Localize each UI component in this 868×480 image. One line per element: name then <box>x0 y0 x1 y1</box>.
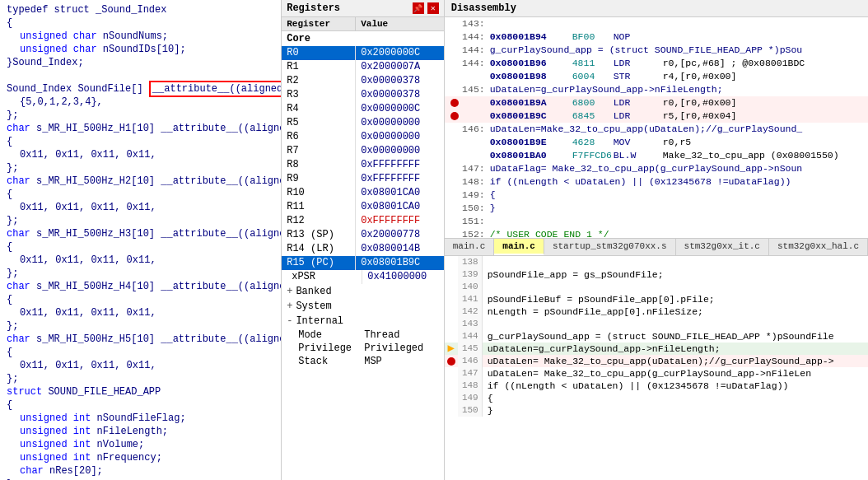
disasm-text <box>490 17 865 30</box>
reg-val-r5: 0x00000000 <box>356 116 443 130</box>
register-row-r10[interactable]: R10 0x08001CA0 <box>282 186 443 200</box>
register-row-r0[interactable]: R0 0x2000000C <box>282 46 443 60</box>
stack-val: MSP <box>364 356 382 367</box>
disasm-text: Make_32_to_cpu_app (0x08001550) <box>663 149 865 162</box>
register-row-r4[interactable]: R4 0x0000000C <box>282 102 443 116</box>
disasm-marker-red <box>448 96 461 110</box>
disasm-marker <box>448 17 461 30</box>
mode-val: Thread <box>364 329 399 341</box>
registers-title: Registers <box>287 2 340 14</box>
disasm-instr: MOV <box>614 136 663 149</box>
line-marker <box>445 268 458 281</box>
bottom-code-line-red: 146 uDataLen= Make_32_to_cpu_app(uDataLe… <box>445 355 868 367</box>
banked-expand[interactable]: + Banked <box>282 284 443 299</box>
register-row-r9[interactable]: R9 0xFFFFFFFF <box>282 172 443 186</box>
code-text: uDataLen= Make_32_to_cpu_app(uDataLen);/… <box>483 355 834 367</box>
disasm-marker <box>448 44 461 57</box>
source-panel: typedef struct _Sound_Index { unsigned c… <box>0 0 282 480</box>
core-section-header: Core <box>282 31 443 46</box>
disassembly-title: Disassembly <box>451 2 516 14</box>
register-row-r2[interactable]: R2 0x00000378 <box>282 74 443 88</box>
reg-val-r2: 0x00000378 <box>356 74 443 88</box>
tab-startup[interactable]: startup_stm32g070xx.s <box>544 239 676 255</box>
disasm-linenum <box>461 70 490 83</box>
internal-expand[interactable]: - Internal <box>282 314 443 329</box>
code-line: { <box>0 188 281 201</box>
disasm-row: 0x08001B9C 6845 LDR r5,[r0,#0x04] <box>445 110 868 123</box>
disasm-linenum: 144: <box>461 30 490 44</box>
pin-icon[interactable]: 📌 <box>413 2 424 14</box>
bottom-code-line: 150 } <box>445 404 868 417</box>
disasm-marker <box>448 83 461 96</box>
code-line: 0x11, 0x11, 0x11, 0x11, <box>0 201 281 214</box>
reg-val-r6: 0x00000000 <box>356 130 443 144</box>
disasm-row: 147: uDataFlag= Make_32_to_cpu_app(g_cur… <box>445 162 868 175</box>
register-row-r11[interactable]: R11 0x08001CA0 <box>282 200 443 214</box>
reg-name-lr: R14 (LR) <box>282 242 356 256</box>
disasm-text: /* USER CODE END 1 */ <box>490 228 865 238</box>
code-line: char s_MR_HI_500Hz_H4[10] __attribute__(… <box>0 280 281 293</box>
disasm-row: 151: <box>445 215 868 228</box>
disasm-linenum: 143: <box>461 17 490 30</box>
tab-hal[interactable]: stm32g0xx_hal.c <box>769 239 868 255</box>
internal-row-stack: Stack MSP <box>282 355 443 368</box>
line-marker <box>445 392 458 404</box>
line-num: 144 <box>458 330 483 343</box>
source-scroll[interactable]: typedef struct _Sound_Index { unsigned c… <box>0 0 281 480</box>
disasm-text: g_curPlaySound_app = (struct SOUND_FILE_… <box>490 44 865 57</box>
disasm-addr: 0x08001BA0 <box>490 149 572 162</box>
bottom-code-scroll[interactable]: 138 139 pSoundFile_app = gs_pSoundFile; … <box>445 256 868 480</box>
code-line: typedef struct _Sound_Index <box>0 3 281 16</box>
register-row-lr[interactable]: R14 (LR) 0x0800014B <box>282 242 443 256</box>
disasm-text: if ((nLength < uDataLen) || (0x12345678 … <box>490 175 865 189</box>
disasm-marker <box>448 70 461 83</box>
registers-scroll[interactable]: Core R0 0x2000000C R1 0x2000007A R2 0x00… <box>282 31 443 480</box>
reg-name-r0: R0 <box>282 46 356 60</box>
disasm-linenum <box>461 96 490 110</box>
reg-name-r2: R2 <box>282 74 356 88</box>
code-line: { <box>0 398 281 412</box>
reg-val-r10: 0x08001CA0 <box>356 186 443 200</box>
line-marker <box>445 318 458 330</box>
line-num: 150 <box>458 404 483 417</box>
disasm-linenum: 144: <box>461 57 490 70</box>
disasm-marker <box>448 228 461 238</box>
register-row-r5[interactable]: R5 0x00000000 <box>282 116 443 130</box>
code-line: char s_MR_HI_500Hz_H2[10] __attribute__(… <box>0 175 281 188</box>
disasm-instr: STR <box>614 70 663 83</box>
disasm-row: 149: { <box>445 189 868 202</box>
register-row-r7[interactable]: R7 0x00000000 <box>282 144 443 158</box>
disassembly-scroll[interactable]: 143: 144: 0x08001B94 BF00 NOP 144: g_cur… <box>445 17 868 238</box>
disasm-row: 146: uDataLen=Make_32_to_cpu_app(uDataLe… <box>445 123 868 136</box>
disasm-row: 148: if ((nLength < uDataLen) || (0x1234… <box>445 175 868 189</box>
red-marker <box>445 355 458 367</box>
register-row-xpsr[interactable]: xPSR 0x41000000 <box>282 270 443 284</box>
tab-main-c-2[interactable]: main.c <box>494 239 544 255</box>
disasm-linenum: 145: <box>461 83 490 96</box>
banked-label: Banked <box>296 286 331 297</box>
tab-it[interactable]: stm32g0xx_it.c <box>676 239 769 255</box>
line-marker <box>445 404 458 417</box>
disasm-text: uDataLen=Make_32_to_cpu_app(uDataLen);//… <box>490 123 865 136</box>
reg-name-r6: R6 <box>282 130 356 144</box>
reg-name-r5: R5 <box>282 116 356 130</box>
register-row-r3[interactable]: R3 0x00000378 <box>282 88 443 102</box>
reg-val-r8: 0xFFFFFFFF <box>356 158 443 172</box>
register-row-r8[interactable]: R8 0xFFFFFFFF <box>282 158 443 172</box>
close-icon[interactable]: ✕ <box>427 2 439 14</box>
disasm-marker <box>448 162 461 175</box>
register-row-sp[interactable]: R13 (SP) 0x20000778 <box>282 228 443 242</box>
code-text: uDataLen=g_curPlaySound_app->nFileLength… <box>483 343 721 355</box>
register-row-pc[interactable]: R15 (PC) 0x08001B9C <box>282 256 443 270</box>
disasm-marker <box>448 30 461 44</box>
disasm-marker-red-arrow <box>448 110 461 123</box>
register-row-r6[interactable]: R6 0x00000000 <box>282 130 443 144</box>
register-row-r12[interactable]: R12 0xFFFFFFFF <box>282 214 443 228</box>
register-row-r1[interactable]: R1 0x2000007A <box>282 60 443 74</box>
disasm-text: r0,r5 <box>663 136 865 149</box>
tab-main-c-1[interactable]: main.c <box>445 239 495 255</box>
system-expand[interactable]: + System <box>282 299 443 314</box>
code-line: 0x11, 0x11, 0x11, 0x11, <box>0 306 281 319</box>
reg-name-r1: R1 <box>282 60 356 74</box>
code-line: 0x11, 0x11, 0x11, 0x11, <box>0 148 281 161</box>
